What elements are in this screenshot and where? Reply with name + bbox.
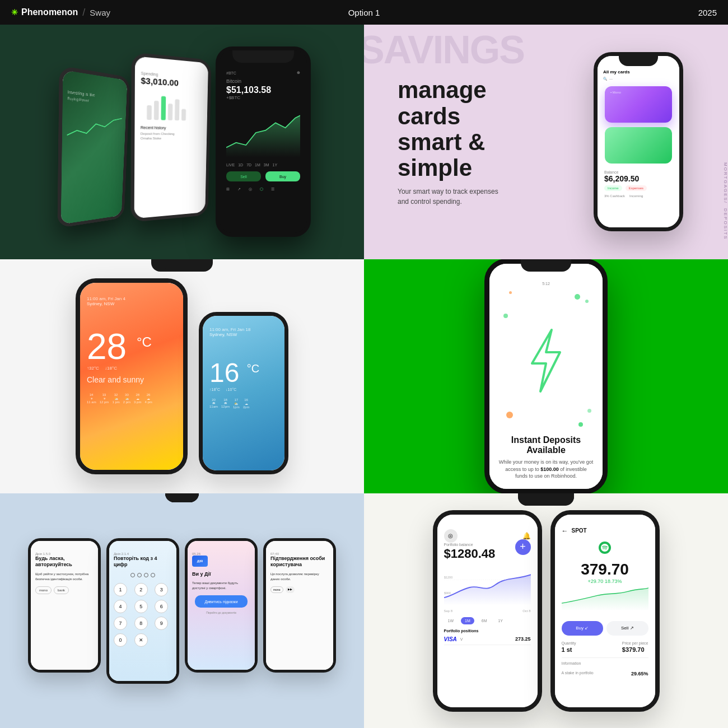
spot-phone: ← SPOT 379.70 +29.70 18.73%: [550, 510, 660, 712]
invest-chart-svg: [67, 107, 122, 144]
spot-back-btn[interactable]: ←: [562, 527, 568, 535]
svg-rect-4: [175, 99, 180, 120]
v-label-mortgages: MORTGAGES/: [711, 160, 728, 206]
weather-cool-location: Sydney, NSW: [209, 332, 278, 337]
stake-row: A stake in portfolio 29.65%: [562, 671, 648, 676]
num-8[interactable]: 8: [134, 617, 148, 630]
svg-rect-5: [181, 109, 186, 121]
dot-orange: [506, 412, 513, 418]
num-6[interactable]: 6: [155, 600, 168, 613]
portfolio-bell-icon: 🔔: [522, 532, 531, 540]
num-0[interactable]: 0: [114, 633, 127, 647]
card-dots-icon: ⋯: [609, 77, 613, 81]
weather-phone-cool: 11:00 am, Fri Jan 18 Sydney, NSW 16 °C ↑…: [199, 312, 288, 474]
num-9[interactable]: 9: [155, 617, 168, 630]
income-expense-row: Income Expenses: [604, 185, 673, 191]
quantity-section: Quantity 1 st: [562, 641, 576, 653]
num-7[interactable]: 7: [114, 617, 127, 630]
tab-6m[interactable]: 6M: [478, 617, 491, 624]
dia-title-1: Будь ласка, авторизуйтесь: [35, 556, 94, 568]
weather-condition: Clear and sunny: [87, 375, 176, 384]
spot-screen: ← SPOT 379.70 +29.70 18.73%: [555, 515, 655, 707]
dia-body-3: Тепер ваші документи будуть доступні у с…: [192, 581, 250, 591]
robinhood-phone: 5:12 Instant Deposits Available: [484, 259, 608, 494]
tab-1w[interactable]: 1W: [444, 617, 458, 624]
num-3[interactable]: 3: [155, 583, 168, 596]
bitcoin-amount: $51,103.58: [226, 85, 300, 95]
spot-chart-svg: [562, 584, 648, 612]
btc-buy-btn[interactable]: Buy: [265, 171, 300, 181]
pin-dot-3: [144, 573, 148, 577]
topbar-subtitle: Sway: [90, 8, 110, 17]
balance-value: $6,209.50: [604, 174, 673, 183]
topbar: ✳ Phenomenon / Sway Option 1 2025: [0, 0, 728, 25]
tab-1y[interactable]: 1Y: [494, 617, 507, 624]
manage-line2: cards: [398, 103, 498, 129]
phone-investing-a: Investing is like Buying Power: [57, 66, 130, 228]
spot-header-row: ← SPOT: [562, 527, 648, 535]
dot-4: [578, 422, 583, 427]
num-1[interactable]: 1: [114, 583, 127, 596]
cashback-label: 3% Cashback: [604, 194, 625, 198]
cashback-incoming-row: 3% Cashback Incoming: [604, 194, 673, 198]
topbar-left: ✳ Phenomenon / Sway: [11, 7, 110, 18]
manage-cards-text-block: manage cards smart & simple Your smart w…: [398, 77, 498, 207]
weather-hourly: 34☀11 am 33☀12 pm 32⛅1 pm 30⛅2 pm 28☁3 p…: [87, 393, 176, 404]
portfolio-add-btn[interactable]: +: [515, 539, 531, 555]
cell-weather: 11:00 am, Fri Jan 4 Sydney, NSW 28 °C ↑3…: [0, 259, 364, 494]
num-4[interactable]: 4: [114, 600, 127, 613]
num-5[interactable]: 5: [134, 600, 148, 613]
dot-orange2: [509, 291, 512, 294]
history-item-1: Deposit from Checking: [141, 132, 202, 136]
dia-phones-group: Дрія 1.5.0 Будь ласка, авторизуйтесь Щоб…: [17, 527, 347, 695]
weather-warm-location: Sydney, NSW: [87, 301, 176, 306]
price-per-label: Price per piece: [622, 641, 648, 645]
spot-header-label: SPOT: [572, 528, 587, 534]
dia-action-btn[interactable]: Дивитись підказки: [195, 595, 248, 608]
dia-bank-btn[interactable]: bank: [54, 586, 69, 594]
cell-investing: Investing is like Buying Power Spending …: [0, 25, 364, 259]
dia-phone-1: Дрія 1.5.0 Будь ласка, авторизуйтесь Щоб…: [28, 538, 101, 673]
bg-text-savings: SAVINGS: [364, 30, 524, 69]
tab-1m[interactable]: 1M: [461, 617, 474, 624]
robinhood-screen: 5:12 Instant Deposits Available: [489, 264, 603, 489]
dot-5: [587, 409, 591, 413]
lightning-svg: [518, 327, 574, 394]
expense-tag: Expenses: [626, 185, 647, 191]
dia-version-3: 05.26: [192, 552, 250, 556]
spot-quantity-price-row: Quantity 1 st Price per piece $379.70: [562, 641, 648, 653]
dia-logo: ДІЯ: [192, 556, 208, 567]
stake-label: A stake in portfolio: [562, 671, 594, 676]
svg-marker-6: [532, 330, 560, 391]
dia-title-2: Повторіть код з 4 цифр: [114, 556, 172, 568]
dia-mono-btn2[interactable]: mono: [270, 586, 283, 593]
pin-dots: [114, 573, 172, 577]
all-cards-label: All my cards: [598, 67, 679, 74]
income-tag: Income: [604, 185, 622, 191]
manage-line4: simple: [398, 155, 498, 181]
spot-buy-btn[interactable]: Buy ↙: [562, 621, 604, 636]
num-x[interactable]: ✕: [134, 633, 148, 647]
dot-1: [575, 294, 580, 300]
dia-bank-btns: mono bank: [35, 586, 94, 594]
brand-name: Phenomenon: [21, 7, 78, 17]
invest-screen-a: Investing is like Buying Power: [61, 70, 128, 225]
cool-hourly: 20🌧11am 18🌧12pm 17⛅1pm 16☁2pm: [209, 398, 278, 409]
svg-rect-3: [168, 104, 173, 120]
cell-dia: Дрія 1.5.0 Будь ласка, авторизуйтесь Щоб…: [0, 493, 364, 728]
cool-hourly-row: 20🌧11am 18🌧12pm 17⛅1pm 16☁2pm: [209, 398, 278, 409]
topbar-brand: ✳ Phenomenon: [11, 7, 78, 17]
temp-number-warm: 28: [87, 326, 127, 367]
dia-title-4: Підтвердження особи користувача: [270, 556, 329, 568]
btc-label: #BTC: [226, 71, 236, 75]
btc-subtitle: +$BTC: [226, 95, 300, 100]
dia-pay-btn[interactable]: ▶▶: [286, 586, 295, 593]
portfolio-balance-value: $1280.48: [444, 547, 496, 561]
dia-title-3: Ви у Дії: [192, 571, 250, 578]
dot-2: [585, 300, 589, 303]
num-2[interactable]: 2: [134, 583, 148, 596]
btc-trade-btns: Sell Buy: [226, 171, 300, 181]
btc-sell-btn[interactable]: Sell: [226, 171, 261, 181]
spot-sell-btn[interactable]: Sell ↗: [606, 621, 648, 636]
dia-mono-btn[interactable]: mono: [35, 586, 52, 594]
